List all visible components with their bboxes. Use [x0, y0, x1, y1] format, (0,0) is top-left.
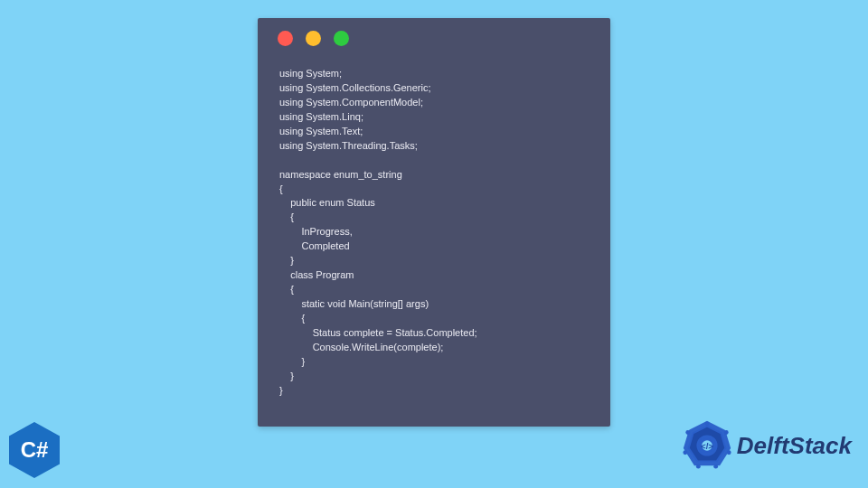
close-icon[interactable]	[278, 31, 293, 46]
svg-point-7	[727, 450, 731, 455]
code-content: using System; using System.Collections.G…	[258, 58, 610, 417]
svg-point-9	[696, 465, 701, 469]
code-window: using System; using System.Collections.G…	[258, 18, 610, 427]
minimize-icon[interactable]	[306, 31, 321, 46]
delftstack-logo: </> DelftStack	[681, 419, 852, 472]
svg-point-10	[683, 450, 687, 455]
maximize-icon[interactable]	[334, 31, 349, 46]
window-titlebar	[258, 18, 610, 58]
svg-point-6	[724, 430, 729, 435]
svg-point-11	[685, 430, 690, 435]
svg-point-5	[704, 421, 709, 426]
csharp-label: C#	[21, 437, 49, 463]
csharp-badge: C#	[7, 419, 61, 481]
gear-icon: </>	[681, 419, 733, 472]
brand-name: DelftStack	[737, 432, 852, 460]
csharp-hexagon-icon: C#	[9, 422, 60, 478]
svg-text:</>: </>	[701, 441, 713, 451]
svg-point-8	[713, 465, 718, 469]
